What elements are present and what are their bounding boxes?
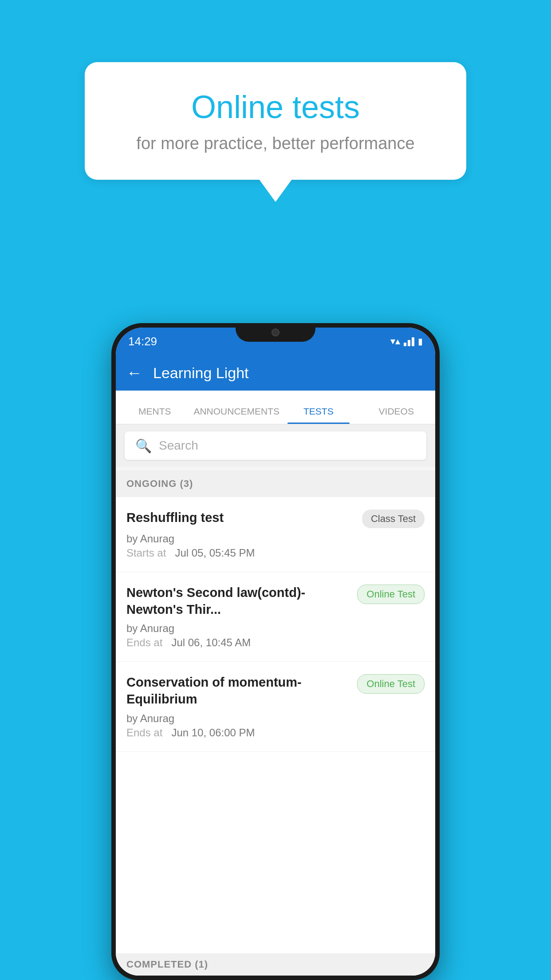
tab-ments[interactable]: MENTS bbox=[116, 406, 193, 424]
test-badge-3: Online Test bbox=[357, 674, 425, 694]
tabs-bar: MENTS ANNOUNCEMENTS TESTS VIDEOS bbox=[116, 391, 435, 424]
search-icon: 🔍 bbox=[135, 438, 152, 454]
test-item-1[interactable]: Reshuffling test Class Test by Anurag St… bbox=[116, 497, 435, 572]
test-list: Reshuffling test Class Test by Anurag St… bbox=[116, 497, 435, 976]
completed-label: COMPLETED (1) bbox=[126, 959, 208, 970]
completed-section-header: COMPLETED (1) bbox=[116, 953, 435, 976]
test-name-2: Newton's Second law(contd)-Newton's Thir… bbox=[126, 585, 350, 618]
test-meta-3-by: by Anurag bbox=[126, 712, 425, 725]
signal-bars-icon bbox=[404, 336, 414, 346]
test-item-3[interactable]: Conservation of momentum-Equilibrium Onl… bbox=[116, 662, 435, 751]
test-date-label-2: Ends at bbox=[126, 636, 162, 648]
search-bar[interactable]: 🔍 Search bbox=[125, 431, 426, 460]
test-meta-2-date: Ends at Jul 06, 10:45 AM bbox=[126, 636, 425, 649]
test-item-3-header: Conservation of momentum-Equilibrium Onl… bbox=[126, 674, 425, 707]
test-meta-1-date: Starts at Jul 05, 05:45 PM bbox=[126, 547, 425, 559]
app-title: Learning Light bbox=[153, 364, 249, 382]
tab-tests[interactable]: TESTS bbox=[279, 406, 357, 424]
test-date-label-3: Ends at bbox=[126, 727, 162, 739]
phone-notch bbox=[236, 323, 315, 342]
test-date-label-1: Starts at bbox=[126, 547, 166, 559]
test-badge-1: Class Test bbox=[362, 510, 425, 528]
test-item-2-header: Newton's Second law(contd)-Newton's Thir… bbox=[126, 585, 425, 618]
phone-frame: 14:29 ▾▴ ▮ ← Learning Light MENTS ANNO bbox=[111, 323, 440, 980]
phone-screen: 14:29 ▾▴ ▮ ← Learning Light MENTS ANNO bbox=[116, 328, 435, 976]
search-placeholder: Search bbox=[159, 439, 198, 453]
ongoing-section-header: ONGOING (3) bbox=[116, 470, 435, 497]
status-time: 14:29 bbox=[128, 335, 157, 348]
test-date-value-2: Jul 06, 10:45 AM bbox=[171, 636, 251, 648]
app-bar: ← Learning Light bbox=[116, 355, 435, 391]
tab-announcements[interactable]: ANNOUNCEMENTS bbox=[193, 406, 279, 424]
test-date-value-1: Jul 05, 05:45 PM bbox=[175, 547, 255, 559]
speech-bubble-area: Online tests for more practice, better p… bbox=[85, 62, 466, 180]
camera-dot bbox=[272, 328, 279, 336]
test-meta-1-by: by Anurag bbox=[126, 533, 425, 545]
bubble-title: Online tests bbox=[120, 89, 431, 125]
battery-icon: ▮ bbox=[418, 336, 423, 347]
test-meta-3-date: Ends at Jun 10, 06:00 PM bbox=[126, 727, 425, 739]
search-container: 🔍 Search bbox=[116, 424, 435, 467]
test-meta-2-by: by Anurag bbox=[126, 622, 425, 635]
speech-bubble: Online tests for more practice, better p… bbox=[85, 62, 466, 180]
test-badge-2: Online Test bbox=[357, 585, 425, 604]
test-name-3: Conservation of momentum-Equilibrium bbox=[126, 674, 350, 707]
status-icons: ▾▴ ▮ bbox=[390, 336, 423, 347]
tab-videos[interactable]: VIDEOS bbox=[358, 406, 435, 424]
bubble-subtitle: for more practice, better performance bbox=[120, 134, 431, 153]
test-date-value-3: Jun 10, 06:00 PM bbox=[171, 727, 255, 739]
back-button[interactable]: ← bbox=[126, 364, 142, 382]
test-name-1: Reshuffling test bbox=[126, 510, 355, 526]
ongoing-label: ONGOING (3) bbox=[126, 478, 193, 490]
test-item-2[interactable]: Newton's Second law(contd)-Newton's Thir… bbox=[116, 572, 435, 662]
test-item-1-header: Reshuffling test Class Test bbox=[126, 510, 425, 528]
wifi-icon: ▾▴ bbox=[390, 336, 400, 347]
